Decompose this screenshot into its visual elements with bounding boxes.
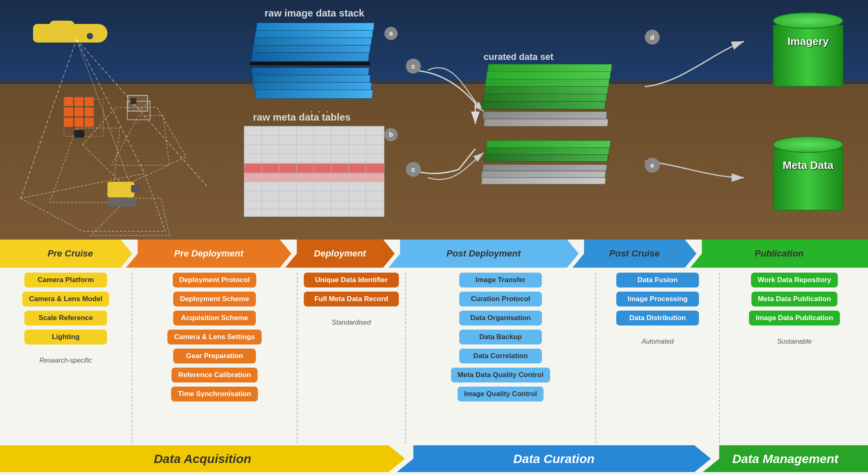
svg-text:c: c xyxy=(412,166,415,173)
publication-items: Work Data Repository Meta Data Publicati… xyxy=(726,273,863,325)
submarine-body xyxy=(33,24,107,43)
big-arrow-curation-label: Data Curation xyxy=(513,452,595,466)
phase-header-predeployment: Pre Deployment xyxy=(126,240,291,268)
postcruise-column: Data Fusion Image Processing Data Distri… xyxy=(596,273,720,443)
submarine xyxy=(33,21,116,45)
phase-header-deployment: Deployment xyxy=(285,240,395,268)
big-arrows-row: Data Acquisition Data Curation Data Mana… xyxy=(0,445,868,475)
big-arrow-acquisition-label: Data Acquisition xyxy=(154,452,251,466)
item-time-synchronisation: Time Synchronisation xyxy=(171,387,258,401)
precruise-column: Camera Platform Camera & Lens Model Scal… xyxy=(0,273,132,443)
precruise-items: Camera Platform Camera & Lens Model Scal… xyxy=(6,273,125,344)
phase-header-publication: Publication xyxy=(690,240,868,268)
item-data-correlation: Data Correlation xyxy=(459,349,542,363)
deployment-items: Unique Data Identifier Full Meta Data Re… xyxy=(304,273,399,306)
workflow-items-container: Camera Platform Camera & Lens Model Scal… xyxy=(0,268,868,443)
phase-header-precruise: Pre Cruise xyxy=(0,240,132,268)
item-camera-platform: Camera Platform xyxy=(24,273,107,287)
item-image-transfer: Image Transfer xyxy=(459,273,542,287)
svg-marker-4 xyxy=(21,173,165,231)
item-image-quality-control: Image Quality Control xyxy=(458,387,544,401)
svg-point-22 xyxy=(645,158,660,173)
postcruise-sublabel: Automated xyxy=(602,325,713,345)
item-full-meta-data-record: Full Meta Data Record xyxy=(304,292,399,306)
item-meta-data-quality-control: Meta Data Quality Control xyxy=(451,368,550,382)
phase-label-precruise: Pre Cruise xyxy=(48,248,93,259)
deployment-sublabel: Standardised xyxy=(304,306,399,326)
phase-headers-row: Pre Cruise Pre Deployment Deployment Pos… xyxy=(0,240,868,268)
postdeployment-items: Image Transfer Curation Protocol Data Or… xyxy=(412,273,589,401)
item-scale-reference: Scale Reference xyxy=(24,311,107,325)
item-data-organisation: Data Organisation xyxy=(459,311,542,325)
item-image-processing: Image Processing xyxy=(616,292,699,306)
svg-text:e: e xyxy=(651,162,654,169)
publication-sublabel: Sustainable xyxy=(726,325,863,345)
curated-meta-stack xyxy=(482,140,630,190)
big-arrow-data-acquisition: Data Acquisition xyxy=(0,445,405,472)
phase-header-postdeployment: Post Deployment xyxy=(389,240,579,268)
item-camera-lens-model: Camera & Lens Model xyxy=(22,292,109,306)
item-deployment-scheme: Deployment Scheme xyxy=(173,292,256,306)
camera-rig-wire xyxy=(127,95,148,124)
item-reference-calibration: Reference Calibration xyxy=(172,368,258,382)
big-arrow-data-curation: Data Curation xyxy=(397,445,711,472)
predeployment-items: Deployment Protocol Deployment Scheme Ac… xyxy=(138,273,291,401)
item-deployment-protocol: Deployment Protocol xyxy=(173,273,257,287)
item-image-data-publication: Image Data Publication xyxy=(749,311,839,325)
workflow-section: Pre Cruise Pre Deployment Deployment Pos… xyxy=(0,240,868,475)
postcruise-items: Data Fusion Image Processing Data Distri… xyxy=(602,273,713,325)
postdeployment-column: Image Transfer Curation Protocol Data Or… xyxy=(406,273,596,443)
phase-header-postcruise: Post Cruise xyxy=(572,240,696,268)
svg-point-18 xyxy=(406,162,421,177)
item-acquisition-scheme: Acquisition Scheme xyxy=(173,311,256,325)
imagery-database: Imagery xyxy=(773,12,843,87)
item-curation-protocol: Curation Protocol xyxy=(459,292,542,306)
phase-label-deployment: Deployment xyxy=(314,248,366,259)
metadata-database: Meta Data xyxy=(773,136,843,211)
camera-rig-yellow xyxy=(107,182,136,207)
badge-b: b xyxy=(384,128,398,141)
raw-meta-table xyxy=(244,126,384,217)
item-unique-data-identifier: Unique Data Identifier xyxy=(304,273,399,287)
phase-label-postdeployment: Post Deployment xyxy=(446,248,521,259)
camera-rig-orange xyxy=(64,97,94,154)
orange-light-grid xyxy=(64,97,94,127)
raw-image-stack xyxy=(244,23,380,101)
badge-a: a xyxy=(384,27,398,40)
item-data-backup: Data Backup xyxy=(459,330,542,344)
raw-image-stack-label: raw image data stack xyxy=(265,7,364,19)
phase-label-postcruise: Post Cruise xyxy=(609,248,660,259)
big-arrow-data-management: Data Management xyxy=(703,445,868,472)
deployment-column: Unique Data Identifier Full Meta Data Re… xyxy=(298,273,406,443)
item-meta-data-publication: Meta Data Publication xyxy=(751,292,838,306)
curated-dataset-label: curated data set xyxy=(484,52,553,62)
item-data-fusion: Data Fusion xyxy=(616,273,699,287)
publication-column: Work Data Repository Meta Data Publicati… xyxy=(720,273,868,443)
item-camera-lens-settings: Camera & Lens Settings xyxy=(167,330,262,344)
item-lighting: Lighting xyxy=(24,330,107,344)
raw-meta-tables-label: raw meta data tables xyxy=(253,112,351,123)
predeployment-column: Deployment Protocol Deployment Scheme Ac… xyxy=(132,273,298,443)
curated-image-stack xyxy=(482,64,630,128)
item-data-distribution: Data Distribution xyxy=(616,311,699,325)
submarine-window xyxy=(87,33,93,39)
big-arrow-management-label: Data Management xyxy=(732,452,839,466)
precruise-sublabel: Research-specific xyxy=(6,344,125,364)
sky-background xyxy=(0,0,868,83)
item-work-data-repository: Work Data Repository xyxy=(751,273,837,287)
phase-label-predeployment: Pre Deployment xyxy=(174,248,243,259)
phase-label-publication: Publication xyxy=(755,248,804,259)
item-gear-preparation: Gear Preparation xyxy=(173,349,256,363)
illustration-section: raw image data stack a . . . raw meta da… xyxy=(0,0,868,240)
